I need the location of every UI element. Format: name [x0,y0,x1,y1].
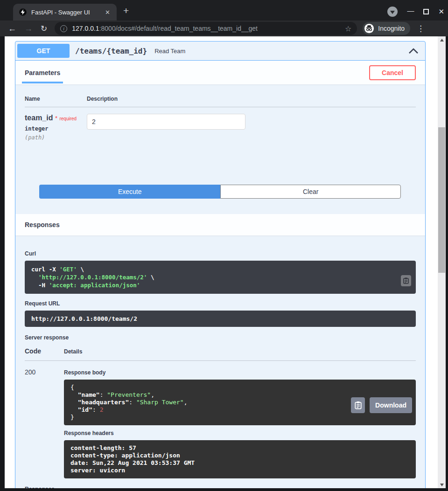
address-bar[interactable]: i 127.0.0.1:8000/docs#/default/read_team… [55,22,357,35]
parameter-name: team_id [25,114,53,122]
back-icon[interactable]: ← [8,24,16,34]
method-badge: GET [17,44,70,58]
parameter-location: (path) [25,134,87,141]
column-header-name: Name [25,96,87,102]
page-scrollbar[interactable] [438,36,446,488]
response-headers-label: Response headers [64,430,416,436]
endpoint-summary: Read Team [154,48,408,55]
responses-table-title: Responses [25,486,416,488]
close-window-icon[interactable]: ✕ [438,7,444,16]
scrollbar-thumb[interactable] [438,127,445,273]
tab-close-icon[interactable]: ✕ [104,9,111,16]
browser-toolbar: ← → ↻ i 127.0.0.1:8000/docs#/default/rea… [0,21,448,36]
team-id-input[interactable] [87,114,245,130]
swagger-page: GET /teams/{team_id} Read Team Parameter… [5,36,438,488]
response-body-label: Response body [64,369,416,376]
endpoint-path: /teams/{team_id} [75,47,147,55]
parameter-type: integer [25,125,87,132]
server-response-row: 200 Response body { "name": "Preventers"… [25,361,416,478]
scroll-down-icon[interactable] [438,481,446,488]
collapse-chevron-icon[interactable] [408,48,419,54]
responses-title: Responses [25,221,60,228]
url-host: 127.0.0.1 [72,25,99,32]
response-status-code: 200 [25,368,64,478]
required-asterisk: * [55,115,57,122]
download-button[interactable]: Download [370,397,412,413]
request-url-label: Request URL [25,300,416,307]
opblock-get-teams: GET /teams/{team_id} Read Team Parameter… [15,41,426,488]
request-url-value: http://127.0.0.1:8000/teams/2 [31,315,137,322]
tab-parameters[interactable]: Parameters [22,65,63,83]
response-body-block: { "name": "Preventers", "headquarters": … [64,380,416,425]
execute-button[interactable]: Execute [39,185,220,199]
server-response-table-header: Code Details [25,341,416,361]
scroll-up-icon[interactable] [438,36,446,43]
curl-copy-icon[interactable] [401,275,411,286]
response-copy-icon[interactable] [351,397,365,413]
column-header-description: Description [87,96,118,102]
parameter-row-team-id: team_id * required integer (path) [25,107,416,161]
responses-section-header: Responses [15,214,425,235]
parameters-header-band: Parameters Cancel [15,61,425,84]
fastapi-logo-icon [19,8,27,16]
maximize-icon[interactable] [423,9,429,14]
opblock-header[interactable]: GET /teams/{team_id} Read Team [15,41,425,61]
incognito-label: Incognito [378,25,405,32]
browser-tab-strip: FastAPI - Swagger UI ✕ + — ✕ [0,0,448,21]
tab-title: FastAPI - Swagger UI [31,9,104,16]
url-path: :8000/docs#/default/read_team_teams__tea… [99,25,258,32]
curl-command-block: curl -X 'GET' \ 'http://127.0.0.1:8000/t… [25,261,416,294]
curl-label: Curl [25,250,416,257]
details-column-header: Details [64,347,82,355]
incognito-icon [364,23,374,34]
browser-tab[interactable]: FastAPI - Swagger UI ✕ [13,4,117,21]
browser-update-icon[interactable] [387,7,398,17]
browser-menu-icon[interactable]: ⋮ [417,24,425,34]
new-tab-icon[interactable]: + [123,5,129,16]
code-column-header: Code [25,347,64,355]
request-url-block: http://127.0.0.1:8000/teams/2 [25,311,416,327]
forward-icon: → [24,24,33,34]
clear-button[interactable]: Clear [220,185,401,199]
bookmark-star-icon[interactable]: ☆ [345,24,351,33]
minimize-icon[interactable]: — [407,7,414,14]
server-response-label: Server response [25,334,416,341]
incognito-badge: Incognito [363,22,410,35]
responses-section: Curl curl -X 'GET' \ 'http://127.0.0.1:8… [15,235,425,488]
site-info-icon[interactable]: i [60,25,67,32]
url-text[interactable]: 127.0.0.1:8000/docs#/default/read_team_t… [72,25,341,32]
parameters-table: Name Description team_id * required inte… [15,84,425,199]
reload-icon[interactable]: ↻ [41,24,47,34]
response-headers-block: content-length: 57content-type: applicat… [64,440,416,478]
cancel-button[interactable]: Cancel [369,65,416,80]
required-label: required [59,116,77,121]
